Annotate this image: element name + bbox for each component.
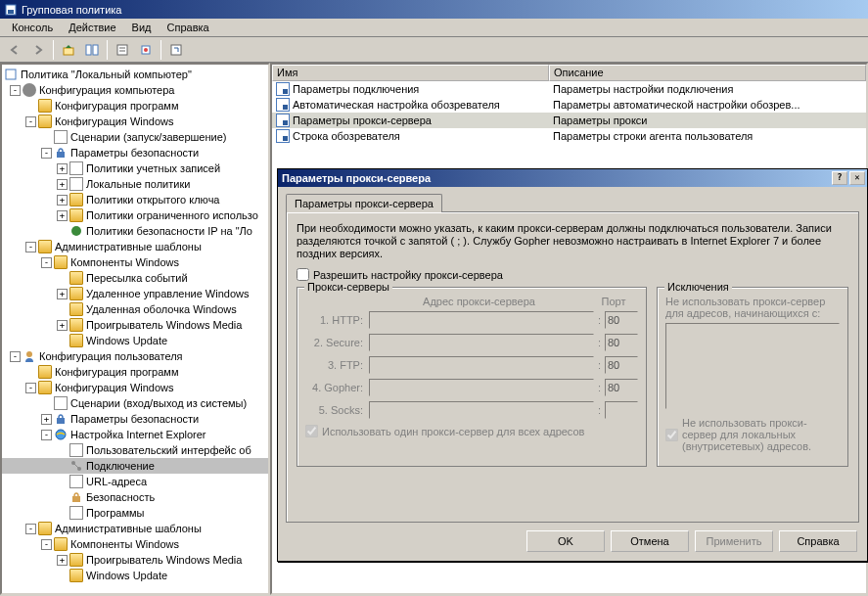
socks-port-input[interactable] [605,401,638,419]
refresh-button[interactable] [165,39,187,61]
tab-proxy[interactable]: Параметры прокси-сервера [286,194,442,212]
ftp-port-input[interactable] [605,356,638,374]
expand-icon[interactable]: + [57,320,68,331]
collapse-icon[interactable]: - [10,351,21,362]
collapse-icon[interactable]: - [41,430,52,440]
tree-prog-config[interactable]: Конфигурация программ [2,98,268,114]
menu-action[interactable]: Действие [61,20,123,35]
list-row[interactable]: Строка обозревателяПараметры строки аген… [272,128,866,144]
expand-icon[interactable]: + [57,210,68,221]
gopher-address-input[interactable] [369,379,594,396]
expand-icon[interactable]: + [57,289,68,299]
collapse-icon[interactable]: - [41,148,52,159]
tree-wmp[interactable]: +Проигрыватель Windows Media [2,317,268,333]
user-icon [23,349,36,363]
tree-admin-templates2[interactable]: -Административные шаблоны [2,521,268,536]
collapse-icon[interactable]: - [25,383,36,393]
up-button[interactable] [58,39,79,61]
tree-prog-config2[interactable]: Конфигурация программ [2,364,268,380]
expand-icon[interactable]: + [57,555,68,566]
tree-user-iface[interactable]: Пользовательский интерфейс об [2,442,268,458]
exclusions-textarea[interactable] [665,323,840,409]
tree-comp-config[interactable]: -Конфигурация компьютера [2,82,268,98]
expand-icon[interactable]: + [41,414,52,425]
col-name[interactable]: Имя [272,65,549,81]
tree-pubkey-policies[interactable]: +Политики открытого ключа [2,192,268,207]
dialog-titlebar[interactable]: Параметры прокси-сервера ? ✕ [278,169,867,187]
ftp-address-input[interactable] [369,356,594,374]
tree-security[interactable]: Безопасность [2,489,268,505]
expand-icon[interactable]: + [57,179,68,190]
show-hide-button[interactable] [81,39,103,61]
gear-icon [23,83,36,97]
tree-rm-shell[interactable]: Удаленная оболочка Windows [2,301,268,317]
tree-acct-policies[interactable]: +Политики учетных записей [2,160,268,176]
collapse-icon[interactable]: - [25,116,36,127]
list-row[interactable]: Параметры прокси-сервераПараметры прокси [272,113,866,128]
collapse-icon[interactable]: - [10,85,21,96]
tree-wupdate[interactable]: Windows Update [2,333,268,348]
folder-open-icon [38,115,52,128]
menu-view[interactable]: Вид [124,20,160,35]
back-button[interactable] [4,39,25,61]
tree-event-fwd[interactable]: Пересылка событий [2,270,268,286]
expand-icon[interactable]: + [57,195,68,206]
socks-address-input[interactable] [369,401,594,419]
http-port-input[interactable] [605,311,638,329]
tree-win-components[interactable]: -Компоненты Windows [2,254,268,270]
tree-restrict-policies[interactable]: +Политики ограниченного использо [2,207,268,223]
tree-ipsec-policies[interactable]: Политики безопасности IP на "Ло [2,223,268,239]
collapse-icon[interactable]: - [41,257,52,268]
tree-connection[interactable]: Подключение [2,458,268,474]
tree-win-config2[interactable]: -Конфигурация Windows [2,380,268,395]
tree-win-components2[interactable]: -Компоненты Windows [2,536,268,552]
enable-proxy-checkbox[interactable]: Разрешить настройку прокси-сервера [297,268,848,281]
menu-console[interactable]: Консоль [4,20,61,35]
list-row[interactable]: Автоматическая настройка обозревателяПар… [272,97,866,113]
apply-button[interactable]: Применить [695,530,773,552]
help-button[interactable]: Справка [779,530,857,552]
tree-ie-settings[interactable]: -Настройка Internet Explorer [2,427,268,442]
tree-admin-templates[interactable]: -Административные шаблоны [2,239,268,254]
tree-sec-params2[interactable]: +Параметры безопасности [2,411,268,427]
gopher-port-input[interactable] [605,379,638,396]
folder-icon [69,569,83,582]
same-proxy-checkbox[interactable]: Использовать один прокси-сервер для всех… [305,425,638,437]
list-row[interactable]: Параметры подключенияПараметры настройки… [272,81,866,97]
secure-address-input[interactable] [369,334,594,351]
tree-programs[interactable]: Программы [2,505,268,521]
folder-icon [69,553,83,567]
tree-root[interactable]: Политика "Локальный компьютер" [2,67,268,82]
connection-icon [69,459,83,473]
collapse-icon[interactable]: - [41,539,52,550]
close-button[interactable]: ✕ [849,171,865,185]
properties-button[interactable] [112,39,133,61]
secure-port-input[interactable] [605,334,638,351]
tree-wmp2[interactable]: +Проигрыватель Windows Media [2,552,268,568]
cancel-button[interactable]: Отмена [611,530,689,552]
http-address-input[interactable] [369,311,594,329]
col-desc[interactable]: Описание [549,65,866,81]
tree-local-policies[interactable]: +Локальные политики [2,176,268,192]
tree-scenarios[interactable]: Сценарии (запуск/завершение) [2,129,268,145]
tree-win-config[interactable]: -Конфигурация Windows [2,114,268,129]
proxy-dialog: Параметры прокси-сервера ? ✕ Параметры п… [277,168,868,562]
help-button[interactable]: ? [832,171,847,185]
ok-button[interactable]: OK [526,530,605,552]
forward-button[interactable] [27,39,49,61]
menu-help[interactable]: Справка [160,20,217,35]
folder-open-icon [38,522,52,535]
tree-user-config[interactable]: -Конфигурация пользователя [2,348,268,364]
tree-remote-mgmt[interactable]: +Удаленное управление Windows [2,286,268,301]
tree-wupdate2[interactable]: Windows Update [2,568,268,583]
export-button[interactable] [135,39,157,61]
svg-rect-3 [86,45,91,55]
local-bypass-checkbox[interactable]: Не использовать прокси-сервер для локаль… [665,417,840,452]
tree-sec-params[interactable]: -Параметры безопасности [2,145,268,160]
expand-icon[interactable]: + [57,163,68,174]
tree-pane[interactable]: Политика "Локальный компьютер" -Конфигур… [0,63,270,595]
tree-url-addr[interactable]: URL-адреса [2,474,268,489]
tree-scenarios2[interactable]: Сценарии (вход/выход из системы) [2,395,268,411]
collapse-icon[interactable]: - [25,524,36,534]
collapse-icon[interactable]: - [25,242,36,252]
